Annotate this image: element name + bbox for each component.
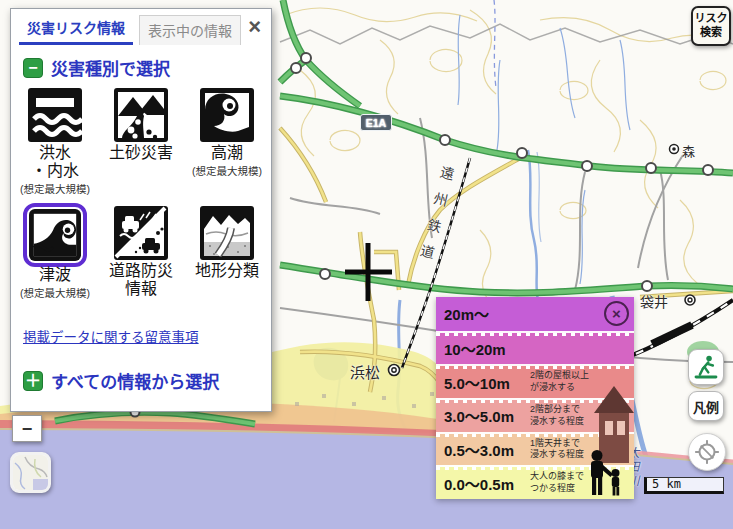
- landslide-label: 土砂災害: [109, 144, 173, 162]
- scale-bar: 5 km: [644, 477, 724, 494]
- road-hazard-icon: [114, 206, 168, 260]
- tsunami-note: (想定最大規模): [20, 285, 90, 300]
- route-shield-e1a: E1A: [360, 114, 392, 131]
- tsunami-depth-legend: 20m〜 × 10〜20m 5.0〜10m 2階の屋根以上 が浸水する 3.0〜…: [436, 297, 634, 499]
- overview-map-button[interactable]: [10, 452, 51, 493]
- select-all-header: ＋ すべての情報から選択: [11, 358, 271, 397]
- legend-range: 3.0〜5.0m: [444, 405, 530, 426]
- panel-tabbar: 災害リスク情報 表示中の情報 ×: [11, 9, 271, 45]
- storm-surge-label: 高潮: [211, 144, 243, 162]
- tsunami-icon: [23, 203, 87, 267]
- place-label-fukuroi: 袋井: [640, 291, 668, 311]
- tab-disaster-risk-info[interactable]: 災害リスク情報: [19, 13, 133, 45]
- zoom-out-button[interactable]: −: [12, 415, 42, 442]
- road-hazard-label: 道路防災 情報: [109, 262, 173, 298]
- disaster-type-storm-surge[interactable]: 高潮 (想定最大規模): [185, 88, 269, 206]
- storm-surge-note: (想定最大規模): [192, 163, 262, 178]
- running-person-icon: [693, 354, 719, 380]
- tsunami-label: 津波: [39, 266, 71, 284]
- disaster-type-flood[interactable]: 洪水 ・内水 (想定最大規模): [13, 88, 97, 206]
- disaster-type-grid: 洪水 ・内水 (想定最大規模) 土砂災: [11, 88, 271, 324]
- legend-range: 20m〜: [444, 303, 530, 324]
- hazard-map-app: E1A 森 袋井 浜松 遠州鉄道 太田川 災害リスク情報 表示中の情報 × − …: [0, 0, 733, 529]
- legend-toggle-button[interactable]: 凡例: [688, 391, 724, 421]
- flood-label: 洪水 ・内水: [31, 144, 79, 180]
- flood-note: (想定最大規模): [20, 181, 90, 196]
- select-by-type-header: − 災害種別で選択: [11, 45, 271, 84]
- legend-range: 5.0〜10m: [444, 372, 530, 393]
- legend-range: 0.0〜0.5m: [444, 473, 530, 494]
- gps-locate-icon: [692, 437, 722, 467]
- risk-search-button[interactable]: リスク 検索: [691, 6, 731, 46]
- flood-icon: [28, 88, 82, 142]
- overview-map-icon: [13, 455, 48, 490]
- legend-range: 0.5〜3.0m: [444, 439, 530, 460]
- legend-row: 20m〜 ×: [436, 297, 634, 331]
- landslide-icon: [114, 88, 168, 142]
- legend-range: 10〜20m: [444, 338, 530, 359]
- disaster-type-tsunami[interactable]: 津波 (想定最大規模): [13, 206, 97, 324]
- expand-icon[interactable]: ＋: [23, 371, 43, 391]
- disaster-type-road-hazard[interactable]: 道路防災 情報: [99, 206, 183, 324]
- place-label-mori: 森: [682, 141, 695, 160]
- person-illustration: [586, 449, 624, 497]
- select-all-title[interactable]: すべての情報から選択: [51, 368, 219, 393]
- legend-close-icon[interactable]: ×: [604, 301, 629, 326]
- panel-close-icon[interactable]: ×: [248, 17, 261, 37]
- collapse-icon[interactable]: −: [23, 58, 43, 78]
- disaster-type-landslide[interactable]: 土砂災害: [99, 88, 183, 206]
- landform-icon: [200, 206, 254, 260]
- disaster-type-landform[interactable]: 地形分類: [185, 206, 269, 324]
- select-by-type-title: 災害種別で選択: [51, 55, 170, 80]
- landform-label: 地形分類: [195, 262, 259, 280]
- legend-row: 10〜20m: [436, 331, 634, 365]
- data-notice-link[interactable]: 掲載データに関する留意事項: [23, 326, 271, 346]
- evacuation-site-button[interactable]: [688, 349, 724, 385]
- disaster-info-panel: 災害リスク情報 表示中の情報 × − 災害種別で選択 洪水 ・内水: [10, 8, 272, 412]
- tab-displayed-info[interactable]: 表示中の情報: [139, 15, 241, 45]
- current-location-button[interactable]: [688, 433, 726, 471]
- place-label-hamamatsu: 浜松: [350, 361, 380, 382]
- storm-surge-icon: [200, 88, 254, 142]
